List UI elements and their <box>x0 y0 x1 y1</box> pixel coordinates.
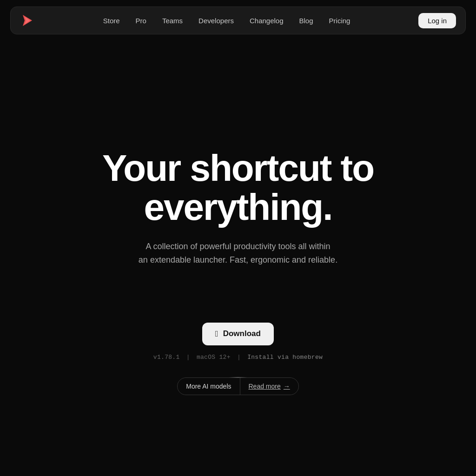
nav-link-blog[interactable]: Blog <box>293 14 320 27</box>
ai-banner-label: More AI models <box>178 378 239 395</box>
ai-banner-wrapper: More AI models Read more → <box>177 377 299 395</box>
hero-subtitle: A collection of powerful productivity to… <box>139 240 337 267</box>
nav-link-store[interactable]: Store <box>97 14 126 27</box>
nav-links: Store Pro Teams Developers Changelog Blo… <box>97 14 357 27</box>
nav-link-pro[interactable]: Pro <box>129 14 153 27</box>
logo[interactable] <box>20 13 35 28</box>
download-label: Download <box>223 329 261 338</box>
separator-2: | <box>237 354 241 361</box>
nav-link-pricing[interactable]: Pricing <box>323 14 357 27</box>
ai-read-more-link[interactable]: Read more → <box>240 378 298 395</box>
homebrew-link[interactable]: Install via homebrew <box>247 354 323 361</box>
version-info: v1.78.1 | macOS 12+ | Install via homebr… <box>153 354 323 361</box>
hero-section: Your shortcut to everything. A collectio… <box>0 0 476 423</box>
read-more-label: Read more <box>249 383 281 390</box>
apple-icon:  <box>215 329 218 339</box>
navbar: Store Pro Teams Developers Changelog Blo… <box>10 7 466 34</box>
login-button[interactable]: Log in <box>418 13 456 28</box>
hero-title: Your shortcut to everything. <box>102 149 374 227</box>
ai-banner: More AI models Read more → <box>177 377 299 395</box>
version-number: v1.78.1 <box>153 354 180 361</box>
nav-link-teams[interactable]: Teams <box>156 14 189 27</box>
arrow-icon: → <box>284 383 290 390</box>
nav-link-developers[interactable]: Developers <box>192 14 240 27</box>
logo-icon <box>20 13 35 28</box>
download-button[interactable]:  Download <box>202 323 274 345</box>
separator-1: | <box>186 354 190 361</box>
macos-version: macOS 12+ <box>197 354 231 361</box>
nav-link-changelog[interactable]: Changelog <box>243 14 290 27</box>
